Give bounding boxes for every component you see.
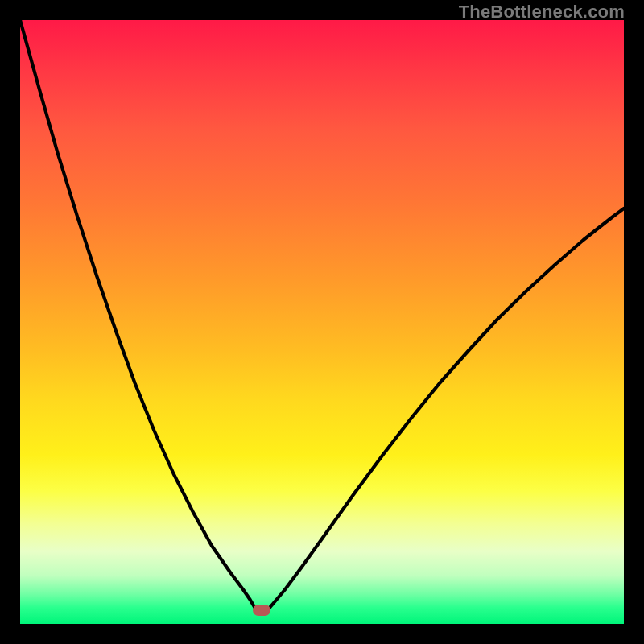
bottleneck-curve [20,20,624,624]
chart-frame: TheBottleneck.com [0,0,644,644]
curve-path [20,20,624,610]
plot-area [20,20,624,624]
optimal-point-marker [253,605,270,616]
